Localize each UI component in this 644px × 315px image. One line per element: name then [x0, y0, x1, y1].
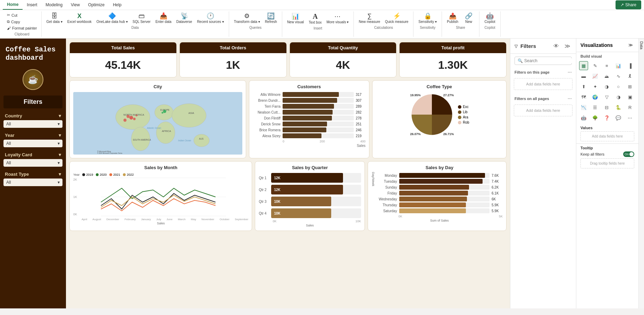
- more-options-icon[interactable]: ⋯: [568, 70, 572, 75]
- filters-search-input[interactable]: [524, 58, 576, 63]
- svg-text:Atlantic Ocean: Atlantic Ocean: [147, 127, 161, 129]
- text-box-button[interactable]: AText box: [307, 11, 324, 26]
- sql-server-button[interactable]: 🗃SQL Server: [131, 11, 153, 25]
- loyalty-filter-title[interactable]: Loyalty Card ▾: [3, 150, 62, 158]
- menu-view[interactable]: View: [67, 0, 84, 9]
- eye-icon[interactable]: 👁: [552, 42, 560, 50]
- refresh-icon: 🔄: [267, 13, 275, 19]
- line-chart-icon[interactable]: 📈: [591, 72, 600, 81]
- data-panel-label[interactable]: Data: [639, 39, 644, 52]
- expand-icon[interactable]: ≫: [563, 42, 572, 50]
- svg-text:AFRICA: AFRICA: [162, 130, 171, 133]
- year-filter-select[interactable]: All ▾: [3, 140, 62, 147]
- funnel-icon[interactable]: ▽: [602, 92, 611, 101]
- menu-home[interactable]: Home: [3, 0, 23, 10]
- new-measure-button[interactable]: ∑New measure: [357, 11, 382, 25]
- cut-button[interactable]: ✂Cut: [6, 12, 39, 18]
- recent-sources-button[interactable]: 🕐Recent sources ▾: [195, 11, 226, 25]
- filled-map-icon[interactable]: 🌍: [591, 92, 600, 101]
- kpi-total-orders: Total Orders 1K: [179, 42, 287, 77]
- customer-row: Terri Farra 289: [253, 104, 366, 109]
- refresh-button[interactable]: 🔄Refresh: [263, 11, 279, 25]
- stacked-col-icon[interactable]: ▐: [626, 61, 635, 70]
- get-data-button[interactable]: 🗄Get data ▾: [44, 11, 65, 25]
- copilot-button[interactable]: 🤖Copilot: [482, 11, 497, 25]
- excel-workbook-button[interactable]: XExcel workbook: [65, 11, 94, 25]
- table-viz-icon[interactable]: ▦: [579, 61, 588, 70]
- copy-button[interactable]: ⧉Copy: [6, 19, 39, 25]
- more-options-all-icon[interactable]: ⋯: [568, 96, 572, 101]
- menu-modeling[interactable]: Modeling: [41, 0, 67, 9]
- pie-chart-icon[interactable]: ◑: [602, 82, 611, 91]
- treemap-icon[interactable]: ⊞: [626, 82, 635, 91]
- area-chart-icon[interactable]: ⛰: [602, 72, 611, 81]
- keep-filters-toggle[interactable]: On: [623, 151, 634, 157]
- add-data-fields-page[interactable]: Add data fields here: [514, 78, 572, 90]
- dropdown-icon-loyalty: ▾: [58, 160, 60, 165]
- smart-narrative-icon[interactable]: 💬: [614, 113, 623, 122]
- gauge-icon[interactable]: ◑: [614, 92, 623, 101]
- enter-data-button[interactable]: 📥Enter data: [153, 11, 174, 25]
- dataverse-button[interactable]: 📡Dataverse: [174, 11, 194, 25]
- year-filter-title[interactable]: Year ▾: [3, 131, 62, 139]
- kpi-icon[interactable]: 📉: [579, 103, 588, 112]
- values-add-field[interactable]: Add data fields here: [580, 131, 634, 141]
- chevron-down-icon: ▾: [59, 113, 61, 118]
- python-icon[interactable]: 🐍: [614, 103, 623, 112]
- quick-measure-button[interactable]: ⚡Quick measure: [383, 11, 410, 25]
- sales-by-day-chart: Day/Week Sales by Day Monday 7.6K Tuesda…: [368, 161, 507, 231]
- r-script-icon[interactable]: R: [626, 103, 635, 112]
- onelake-button[interactable]: 🔷OneLake data hub ▾: [94, 11, 130, 25]
- waterfall-icon[interactable]: ⬆: [579, 82, 588, 91]
- map-icon[interactable]: 🗺: [579, 92, 588, 101]
- donut-icon[interactable]: ○: [614, 82, 623, 91]
- decomp-tree-icon[interactable]: 🌳: [591, 113, 600, 122]
- qa-icon[interactable]: ❓: [602, 113, 611, 122]
- expand-viz-icon[interactable]: ≫: [627, 42, 634, 48]
- enter-data-icon: 📥: [160, 13, 167, 19]
- filters-panel: ▽ Filters 👁 ≫ 🔍 Filters on this page ⋯ A…: [510, 39, 576, 308]
- share-button[interactable]: ↗ Share: [616, 0, 641, 9]
- roast-filter-select[interactable]: All ▾: [3, 179, 62, 186]
- sensitivity-icon: 🔒: [424, 13, 432, 19]
- line-col-icon[interactable]: ∿: [614, 72, 623, 81]
- ai-visuals-icon[interactable]: 🤖: [579, 113, 588, 122]
- add-data-fields-all[interactable]: Add data fields here: [514, 105, 572, 116]
- menu-help[interactable]: Help: [109, 0, 126, 9]
- drag-fields-box[interactable]: Drag tooltip fields here: [580, 158, 634, 168]
- card-icon[interactable]: ▣: [626, 92, 635, 101]
- menu-insert[interactable]: Insert: [23, 0, 41, 9]
- more-visuals-icon: ⋯: [334, 13, 341, 19]
- new-visual-button[interactable]: 📊New visual: [285, 12, 306, 25]
- format-painter-button[interactable]: 🖌Format painter: [6, 25, 39, 31]
- roast-filter-title[interactable]: Roast Type ▾: [3, 169, 62, 177]
- sensitivity-button[interactable]: 🔒Sensitivity ▾: [416, 11, 439, 25]
- customer-row: Brice Romera 246: [253, 127, 366, 132]
- menu-optimize[interactable]: Optimize: [84, 0, 109, 9]
- sales-by-quarter-chart: Sales by Quarter Qtr 1 12K Qtr 2 12K Qtr…: [255, 161, 365, 231]
- loyalty-filter-select[interactable]: All ▾: [3, 159, 62, 167]
- edit-viz-icon[interactable]: ✎: [591, 61, 600, 70]
- new-share-button[interactable]: 🔗New: [461, 11, 476, 25]
- matrix-icon[interactable]: ⊟: [602, 103, 611, 112]
- country-filter-select[interactable]: All ▾: [3, 120, 62, 128]
- transform-data-button[interactable]: ⚙Transform data ▾: [232, 11, 262, 25]
- scatter-icon[interactable]: ✦: [591, 82, 600, 91]
- chevron-down-icon-year: ▾: [59, 133, 61, 138]
- publish-button[interactable]: 📤Publish: [445, 11, 460, 25]
- more-viz-icon[interactable]: ⋯: [626, 113, 635, 122]
- country-filter-title[interactable]: Country ▾: [3, 111, 62, 119]
- more-visuals-button[interactable]: ⋯More visuals ▾: [325, 12, 351, 25]
- day-row: Tuesday 7.4K: [376, 179, 503, 184]
- city-chart: City NORTH AMERICA EUROPE ASIA: [69, 80, 246, 158]
- bar-chart-icon[interactable]: 📊: [614, 61, 623, 70]
- slicer-icon[interactable]: ☰: [591, 103, 600, 112]
- dataverse-icon: 📡: [181, 13, 188, 19]
- customers-chart: Customers Allis Wilmore 317 Brenn Dundr.…: [249, 80, 369, 158]
- ribbon-chart-icon[interactable]: 🎗: [626, 72, 635, 81]
- filters-label: Filters: [3, 96, 62, 108]
- sql-icon: 🗃: [139, 13, 145, 19]
- 100pct-bar-icon[interactable]: ▬: [579, 72, 588, 81]
- stacked-bar-icon[interactable]: ≡: [602, 61, 611, 70]
- publish-icon: 📤: [449, 13, 457, 19]
